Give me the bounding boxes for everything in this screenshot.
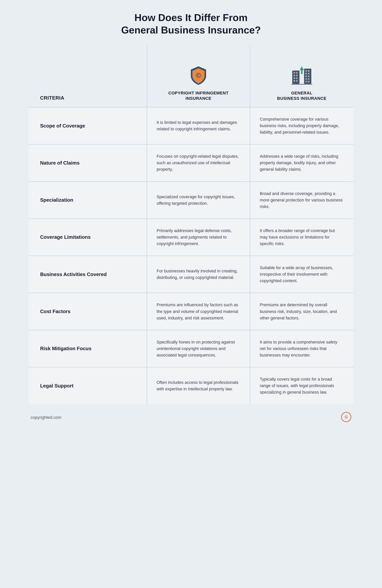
col1-cell-4: For businesses heavily involved in creat… xyxy=(147,256,250,293)
svg-rect-5 xyxy=(296,75,298,76)
col2-cell-5: Premiums are determined by overall busin… xyxy=(250,293,353,330)
svg-rect-23 xyxy=(291,84,312,85)
table-row: Business Activities Covered For business… xyxy=(29,255,353,293)
svg-text:©: © xyxy=(196,71,201,79)
col1-cell-5: Premiums are influenced by factors such … xyxy=(147,293,250,330)
svg-rect-4 xyxy=(294,75,295,76)
svg-rect-16 xyxy=(308,76,309,77)
page-title: How Does It Differ From General Business… xyxy=(121,11,261,36)
table-body: Scope of Coverage It is limited to legal… xyxy=(29,107,353,404)
col1-header-label: COPYRIGHT INFRINGEMENT INSURANCE xyxy=(168,90,228,101)
col2-cell-0: Comprehensive coverage for various busin… xyxy=(250,107,353,144)
table-row: Risk Mitigation Focus Specifically hones… xyxy=(29,330,353,367)
table-row: Coverage Limitations Primarily addresses… xyxy=(29,218,353,255)
svg-rect-18 xyxy=(308,78,309,80)
svg-rect-2 xyxy=(294,72,295,74)
col1-cell-0: It is limited to legal expenses and dama… xyxy=(147,107,250,144)
header-col1: © COPYRIGHT INFRINGEMENT INSURANCE xyxy=(147,46,250,107)
col1-cell-3: Primarily addresses legal defense costs,… xyxy=(147,219,250,255)
svg-rect-1 xyxy=(292,71,300,84)
col1-cell-6: Specifically hones in on protecting agai… xyxy=(147,330,250,367)
copyright-shield-icon: © xyxy=(188,65,209,87)
col2-header-label: GENERAL BUSINESS INSURANCE xyxy=(277,90,326,101)
col2-cell-7: Typically covers legal costs for a broad… xyxy=(250,367,353,404)
comparison-table: CRITERIA © COPYRIGHT INFRINGEMENT INSURA… xyxy=(29,46,353,404)
footer-copyright-icon: © xyxy=(341,412,351,423)
table-row: Specialization Specialized coverage for … xyxy=(29,181,353,218)
footer: copyrighted.com © xyxy=(29,412,353,423)
criteria-header-label: CRITERIA xyxy=(40,95,64,101)
table-row: Nature of Claims Focuses on copyright-re… xyxy=(29,144,353,181)
criteria-cell-1: Nature of Claims xyxy=(29,145,147,181)
business-building-icon xyxy=(291,65,312,87)
svg-rect-22 xyxy=(301,70,302,74)
table-row: Cost Factors Premiums are influenced by … xyxy=(29,293,353,330)
header-criteria: CRITERIA xyxy=(29,46,147,107)
svg-rect-3 xyxy=(296,72,298,74)
svg-rect-13 xyxy=(305,73,307,74)
col2-cell-6: It aims to provide a comprehensive safet… xyxy=(250,330,353,367)
col2-cell-3: It offers a broader range of coverage bu… xyxy=(250,219,353,255)
criteria-cell-4: Business Activities Covered xyxy=(29,256,147,293)
svg-rect-15 xyxy=(305,76,307,77)
svg-rect-6 xyxy=(294,77,295,79)
svg-rect-20 xyxy=(308,81,309,82)
criteria-cell-6: Risk Mitigation Focus xyxy=(29,330,147,367)
col2-cell-2: Broad and diverse coverage, providing a … xyxy=(250,182,353,218)
table-header: CRITERIA © COPYRIGHT INFRINGEMENT INSURA… xyxy=(29,46,353,107)
svg-rect-14 xyxy=(308,73,309,74)
svg-rect-12 xyxy=(308,70,309,72)
col1-cell-1: Focuses on copyright-related legal dispu… xyxy=(147,145,250,181)
col1-cell-7: Often includes access to legal professio… xyxy=(147,367,250,404)
svg-rect-10 xyxy=(304,69,311,84)
svg-rect-17 xyxy=(305,78,307,80)
criteria-cell-3: Coverage Limitations xyxy=(29,219,147,255)
criteria-cell-7: Legal Support xyxy=(29,367,147,404)
svg-rect-19 xyxy=(305,81,307,82)
criteria-cell-2: Specialization xyxy=(29,182,147,218)
criteria-cell-0: Scope of Coverage xyxy=(29,107,147,144)
col1-cell-2: Specialized coverage for copyright issue… xyxy=(147,182,250,218)
svg-text:©: © xyxy=(344,415,348,420)
svg-rect-8 xyxy=(294,80,295,82)
col2-cell-1: Addresses a wide range of risks, includi… xyxy=(250,145,353,181)
criteria-cell-5: Cost Factors xyxy=(29,293,147,330)
col2-cell-4: Suitable for a wide array of businesses,… xyxy=(250,256,353,293)
table-row: Scope of Coverage It is limited to legal… xyxy=(29,107,353,144)
svg-marker-21 xyxy=(300,66,304,70)
svg-rect-7 xyxy=(296,77,298,79)
header-col2: GENERAL BUSINESS INSURANCE xyxy=(250,46,353,107)
table-row: Legal Support Often includes access to l… xyxy=(29,367,353,404)
svg-rect-11 xyxy=(305,70,307,72)
svg-rect-9 xyxy=(296,80,298,82)
footer-site-text: copyrighted.com xyxy=(31,415,61,420)
